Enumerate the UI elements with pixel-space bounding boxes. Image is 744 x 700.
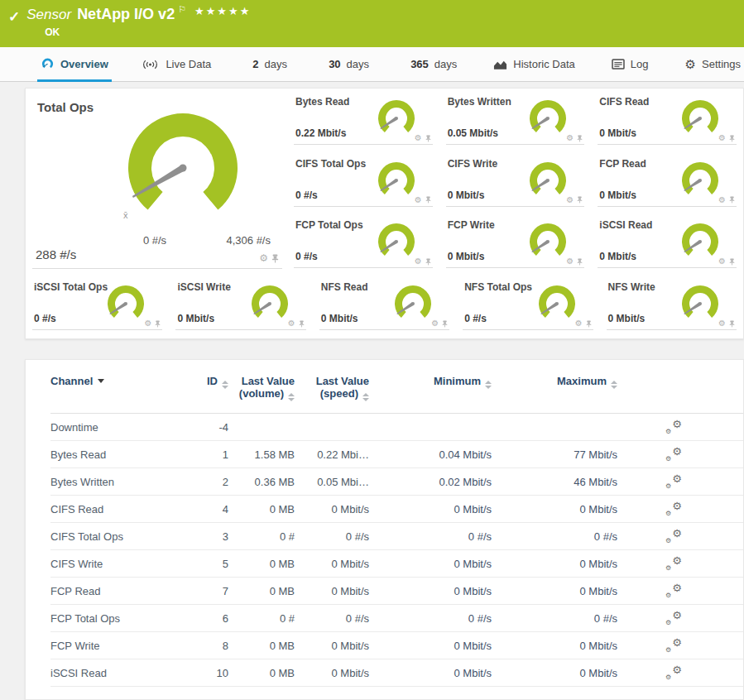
channel-gauge[interactable]: FCP Read 0 Mbit/s ⚙ [598,156,737,207]
pin-icon[interactable] [577,258,583,266]
id-cell: 7 [195,585,228,597]
tab-log[interactable]: Log [608,47,652,81]
column-header-minimum[interactable]: Minimum [369,375,492,401]
channel-settings-icon[interactable]: ⚙⚙ [665,611,682,626]
tab-2-days[interactable]: 2 days [249,47,290,81]
channel-filter-arrow[interactable] [98,379,104,383]
gauge-settings-icon[interactable]: ⚙ [415,257,422,266]
gauge-settings-icon[interactable]: ⚙ [288,319,295,328]
column-header-maximum[interactable]: Maximum [492,375,617,401]
gauge-settings-icon[interactable]: ⚙ [144,319,151,328]
gauge-settings-icon[interactable]: ⚙ [566,134,574,142]
channel-settings-icon[interactable]: ⚙⚙ [665,475,682,489]
gauge-settings-icon[interactable]: ⚙ [566,196,574,204]
gauges-panel: Total Ops x̄ 0 #/s 4,306 #/s 288 #/s ⚙ [25,88,744,339]
channel-gauge[interactable]: Bytes Written 0.05 Mbit/s ⚙ [446,93,585,145]
sort-icon[interactable] [611,381,617,389]
pin-icon[interactable] [425,258,431,266]
gauge-dial [525,161,571,202]
channel-gauge[interactable]: NFS Read 0 Mbit/s ⚙ [319,279,449,330]
pin-icon[interactable] [729,258,735,266]
log-icon [612,59,625,70]
pin-icon[interactable] [729,196,735,204]
pin-icon[interactable] [577,135,583,142]
status-check-icon: ✓ [8,8,20,47]
maximum-cell: 0 Mbit/s [492,667,617,679]
last-value-volume-cell: 1.58 MB [228,448,295,461]
channel-gauge[interactable]: FCP Write 0 Mbit/s ⚙ [446,217,585,268]
gauge-dial [677,161,723,202]
gauge-settings-icon[interactable]: ⚙ [259,253,268,263]
gauge-value: 0 #/s [34,313,56,324]
channel-settings-icon[interactable]: ⚙⚙ [665,639,682,653]
gauge-dial [373,98,420,140]
main-gauge-total-ops[interactable]: Total Ops x̄ 0 #/s 4,306 #/s 288 #/s ⚙ [32,93,282,269]
channel-gauge[interactable]: iSCSI Read 0 Mbit/s ⚙ [598,217,737,268]
gauge-value: 0.22 Mbit/s [295,127,346,139]
column-header-id[interactable]: ID [195,375,228,401]
minimum-cell: 0 #/s [369,612,492,625]
tab-overview[interactable]: Overview [37,47,112,81]
channel-gauge[interactable]: NFS Write 0 Mbit/s ⚙ [607,279,737,330]
gauge-title: FCP Read [599,158,646,170]
gauge-settings-icon[interactable]: ⚙ [718,196,726,204]
channel-settings-icon[interactable]: ⚙⚙ [665,502,682,516]
sort-icon[interactable] [362,393,369,401]
area-chart-icon [493,59,507,70]
flag-icon[interactable]: ⚐ [178,4,186,15]
gauge-settings-icon[interactable]: ⚙ [575,319,583,328]
pin-icon[interactable] [729,320,735,328]
channel-name-cell: CIFS Write [50,558,195,570]
channel-gauge[interactable]: NFS Total Ops 0 #/s ⚙ [463,279,593,330]
tab-historic-data[interactable]: Historic Data [490,47,578,81]
channel-gauge[interactable]: Bytes Read 0.22 Mbit/s ⚙ [294,93,433,145]
sort-icon[interactable] [288,393,295,401]
sort-icon[interactable] [485,381,492,389]
column-header-last-value-volume[interactable]: Last Value (volume) [228,375,295,401]
pin-icon[interactable] [425,196,431,204]
channel-gauge[interactable]: iSCSI Write 0 Mbit/s ⚙ [175,279,305,330]
pin-icon[interactable] [442,320,448,328]
channel-settings-icon[interactable]: ⚙⚙ [665,584,682,598]
gauge-settings-icon[interactable]: ⚙ [415,196,422,204]
gauge-settings-icon[interactable]: ⚙ [415,134,422,142]
channel-gauge[interactable]: CIFS Total Ops 0 #/s ⚙ [294,156,433,207]
channel-settings-icon[interactable]: ⚙⚙ [665,448,682,462]
gauge-settings-icon[interactable]: ⚙ [718,319,726,328]
tab-30-days[interactable]: 30 days [325,47,372,81]
pin-icon[interactable] [271,254,279,263]
gauge-settings-icon[interactable]: ⚙ [431,319,439,328]
channel-gauge[interactable]: FCP Total Ops 0 #/s ⚙ [294,217,433,268]
tab-365-days[interactable]: 365 days [407,47,460,81]
channel-name-cell: Bytes Written [50,476,195,488]
tab-settings[interactable]: ⚙ Settings [682,47,744,81]
minimum-cell: 0.02 Mbit/s [369,476,492,488]
channel-settings-icon[interactable]: ⚙⚙ [665,420,682,434]
pin-icon[interactable] [299,320,305,328]
column-header-channel[interactable]: Channel [50,375,195,401]
gauge-settings-icon[interactable]: ⚙ [566,257,574,266]
gauge-title: CIFS Read [599,96,649,108]
channel-gauge[interactable]: iSCSI Total Ops 0 #/s ⚙ [32,279,162,330]
gauge-min-label: 0 #/s [130,234,180,247]
channel-gauge[interactable]: CIFS Write 0 Mbit/s ⚙ [446,156,585,207]
channel-settings-icon[interactable]: ⚙⚙ [665,557,682,571]
maximum-cell: 46 Mbit/s [492,476,617,488]
channel-gauge[interactable]: CIFS Read 0 Mbit/s ⚙ [598,93,737,145]
channel-settings-icon[interactable]: ⚙⚙ [665,530,682,544]
pin-icon[interactable] [586,320,592,328]
gauge-dial [677,222,723,263]
priority-stars[interactable]: ★★★★★ [194,5,251,17]
column-header-last-value-speed[interactable]: Last Value (speed) [295,375,369,401]
sort-icon[interactable] [222,381,228,389]
gauge-settings-icon[interactable]: ⚙ [718,257,726,266]
channel-settings-icon[interactable]: ⚙⚙ [665,666,682,680]
tab-live-data[interactable]: Live Data [137,47,214,81]
pin-icon[interactable] [729,135,735,142]
pin-icon[interactable] [577,196,583,204]
gauge-value: 0 Mbit/s [608,313,646,324]
gauge-settings-icon[interactable]: ⚙ [718,134,726,142]
pin-icon[interactable] [425,135,431,142]
pin-icon[interactable] [155,320,161,328]
average-marker: x̄ [123,210,128,220]
